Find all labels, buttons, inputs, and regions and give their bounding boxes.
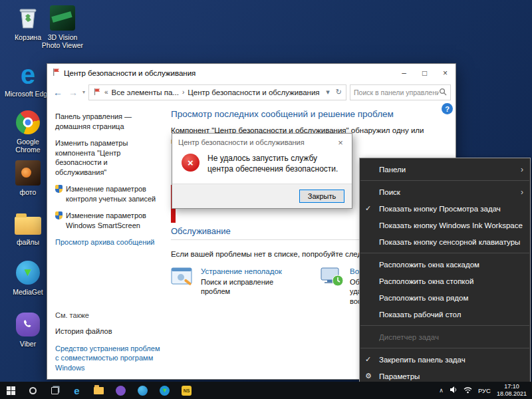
sidebar-link-smartscreen[interactable]: Изменение параметров Windows SmartScreen: [55, 211, 160, 230]
dialog-close-action-button[interactable]: Закрыть: [299, 190, 344, 203]
search-icon: [439, 86, 447, 98]
gear-icon: ⚙: [365, 372, 379, 380]
breadcrumb-collapse-icon[interactable]: «: [104, 88, 108, 96]
sidebar-link-compatibility-troubleshooter[interactable]: Средство устранения проблем с совместимо…: [55, 344, 160, 373]
sidebar-link-file-history[interactable]: История файлов: [55, 327, 160, 336]
sidebar-link-change-settings[interactable]: Изменить параметры компонента "Центр без…: [55, 138, 160, 177]
desktop-icon-label: Viber: [20, 340, 36, 348]
menu-item-show-task-view[interactable]: ✓ Показать кнопку Просмотра задач: [360, 200, 530, 217]
desktop-icon-3d-vision[interactable]: 3D Vision Photo Viewer: [39, 5, 86, 49]
task-view-icon: [51, 387, 59, 394]
breadcrumb-parent[interactable]: Все элементы па...: [112, 88, 179, 96]
desktop-icon-viber[interactable]: Viber: [4, 311, 52, 348]
hidden-icons-chevron[interactable]: ∧: [439, 387, 444, 394]
submenu-arrow-icon: ›: [521, 165, 523, 174]
desktop-icon-label: фото: [20, 188, 37, 196]
maximize-button[interactable]: □: [414, 64, 435, 82]
desktop: Корзина 3D Vision Photo Viewer e Microso…: [0, 0, 532, 399]
menu-item-stack-windows[interactable]: Расположить окна стопкой: [360, 273, 530, 289]
dialog-message: Не удалось запустить службу центра обесп…: [207, 154, 340, 174]
dialog-titlebar[interactable]: Центр безопасности и обслуживания ×: [172, 134, 352, 151]
sidebar-link-message-archive[interactable]: Просмотр архива сообщений: [55, 237, 160, 247]
recent-pages-dropdown-icon[interactable]: ▾: [82, 89, 85, 95]
dialog-close-button[interactable]: ×: [329, 134, 352, 151]
window-titlebar[interactable]: Центр безопасности и обслуживания – □ ×: [47, 64, 456, 82]
desktop-icon-edge[interactable]: e Microsoft Edge: [4, 61, 52, 98]
check-icon: ✓: [365, 204, 379, 213]
desktop-icon-photo[interactable]: фото: [4, 160, 52, 196]
menu-item-side-by-side-windows[interactable]: Расположить окна рядом: [360, 289, 530, 306]
windows-logo-icon: [7, 386, 15, 395]
back-button[interactable]: ←: [52, 87, 64, 98]
close-button[interactable]: ×: [435, 64, 456, 82]
edge-icon: e: [74, 386, 79, 396]
taskbar-context-menu: Панели › Поиск › ✓ Показать кнопку Просм…: [359, 158, 531, 388]
volume-icon[interactable]: [450, 384, 458, 396]
navigation-bar: ← → ▾ « Все элементы па... › Центр безоп…: [47, 82, 456, 102]
menu-separator: [360, 180, 529, 181]
menu-item-show-ink-workspace[interactable]: Показать кнопку Windows Ink Workspace: [360, 217, 530, 233]
start-button[interactable]: [0, 382, 22, 399]
menu-item-task-manager: Диспетчер задач: [360, 329, 530, 345]
desktop-icon-label: Google Chrome: [4, 138, 52, 154]
sidebar-link-home[interactable]: Панель управления — домашняя страница: [55, 112, 160, 131]
network-icon[interactable]: [464, 384, 472, 396]
uac-shield-icon: [55, 185, 63, 193]
address-dropdown-icon[interactable]: ▾: [326, 88, 330, 96]
taskbar: e ▼ NS ∧: [0, 382, 532, 399]
breadcrumb-separator-icon: ›: [182, 88, 184, 96]
taskbar-viber-button[interactable]: [110, 382, 132, 399]
sidebar-link-uac-settings[interactable]: Изменение параметров контроля учетных за…: [55, 184, 160, 203]
check-icon: ✓: [365, 355, 379, 364]
desktop-icon-mediaget[interactable]: ▼ MediaGet: [4, 259, 52, 296]
troubleshooting-icon: [171, 267, 195, 306]
clock[interactable]: 17:10 18.08.2021: [497, 383, 527, 398]
see-also-header: См. также: [55, 311, 160, 321]
menu-item-show-desktop[interactable]: Показать рабочий стол: [360, 306, 530, 323]
search-button[interactable]: [22, 382, 44, 399]
language-indicator[interactable]: РУС: [478, 387, 491, 394]
sidebar-link-label: Изменение параметров Windows SmartScreen: [66, 211, 160, 230]
tip-text: Если вашей проблемы нет в списке, попроб…: [171, 250, 388, 258]
breadcrumb-current[interactable]: Центр безопасности и обслуживания: [188, 88, 319, 96]
tray-time: 17:10: [504, 383, 519, 390]
ns-app-icon: NS: [182, 386, 192, 396]
taskbar-edge-button[interactable]: e: [66, 382, 88, 399]
photo-folder-icon: [15, 160, 41, 186]
menu-item-show-touch-keyboard[interactable]: Показать кнопку сенсорной клавиатуры: [360, 233, 530, 250]
menu-item-cascade-windows[interactable]: Расположить окна каскадом: [360, 256, 530, 273]
address-flag-icon: [93, 88, 101, 97]
menu-item-lock-taskbar[interactable]: ✓ Закрепить панель задач: [360, 351, 530, 368]
page-title: Просмотр последних сообщений и решение п…: [171, 109, 446, 119]
control-panel-searchbox[interactable]: [350, 84, 451, 100]
sidebar-link-label: Изменение параметров контроля учетных за…: [66, 184, 160, 203]
window-title: Центр безопасности и обслуживания: [64, 69, 196, 77]
task-view-button[interactable]: [44, 382, 66, 399]
forward-button[interactable]: →: [67, 87, 79, 98]
taskbar-mediaget-button[interactable]: ▼: [154, 382, 176, 399]
folder-icon: [15, 209, 41, 236]
chrome-icon: [15, 109, 41, 136]
refresh-icon[interactable]: ↻: [336, 88, 342, 96]
help-button[interactable]: ?: [442, 103, 453, 114]
submenu-arrow-icon: ›: [521, 188, 523, 197]
troubleshooting-shortcut[interactable]: Устранение неполадок Поиск и исправление…: [171, 267, 301, 306]
menu-item-toolbars[interactable]: Панели ›: [360, 161, 530, 178]
edge-icon: e: [15, 61, 41, 88]
search-input[interactable]: [354, 88, 439, 96]
error-icon: ×: [182, 154, 200, 172]
desktop-icon-files[interactable]: файлы: [4, 209, 52, 246]
desktop-icon-chrome[interactable]: Google Chrome: [4, 109, 52, 154]
taskbar-phone-app-button[interactable]: [132, 382, 154, 399]
tray-date: 18.08.2021: [497, 390, 527, 397]
desktop-icon-label: Корзина: [15, 33, 41, 41]
file-explorer-button[interactable]: [88, 382, 110, 399]
taskbar-ns-app-button[interactable]: NS: [176, 382, 198, 399]
menu-item-search[interactable]: Поиск ›: [360, 184, 530, 200]
desktop-icon-label: 3D Vision Photo Viewer: [39, 33, 86, 49]
address-bar[interactable]: « Все элементы па... › Центр безопасност…: [88, 84, 346, 100]
folder-icon: [94, 387, 104, 394]
troubleshooting-link[interactable]: Устранение неполадок: [201, 267, 301, 275]
desktop-icon-label: MediaGet: [13, 288, 43, 296]
minimize-button[interactable]: –: [394, 64, 414, 82]
